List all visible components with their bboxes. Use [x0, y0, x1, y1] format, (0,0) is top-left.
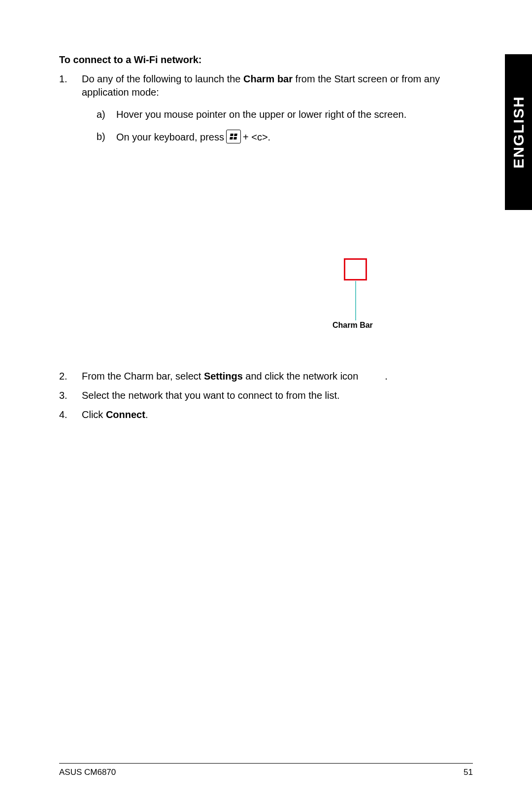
- substep-text: + <c>.: [243, 131, 270, 144]
- section-heading: To connect to a Wi-Fi network:: [59, 54, 473, 66]
- step-number: 2.: [59, 370, 82, 383]
- highlight-box: [344, 258, 367, 280]
- step-4: 4. Click Connect.: [59, 408, 473, 421]
- page: ENGLISH To connect to a Wi-Fi network: 1…: [0, 0, 532, 802]
- settings-bold: Settings: [204, 371, 243, 382]
- steps-lower: 2. From the Charm bar, select Settings a…: [59, 370, 473, 421]
- step-text: Select the network that you want to conn…: [82, 389, 473, 402]
- callout-label: Charm Bar: [332, 321, 373, 330]
- footer-page-number: 51: [464, 767, 473, 777]
- windows-logo-icon: [230, 134, 237, 139]
- substep-letter: a): [82, 108, 116, 121]
- charm-bar-diagram: Charm Bar: [59, 149, 473, 356]
- step-tail: .: [385, 371, 388, 382]
- step-1: 1. Do any of the following to launch the…: [59, 72, 473, 144]
- windows-key-icon: [226, 130, 241, 143]
- step-text: Do any of the following to launch the: [82, 73, 243, 84]
- page-footer: ASUS CM6870 51: [59, 767, 473, 777]
- step-text: Click: [82, 409, 106, 420]
- step-text: and click the network icon: [243, 371, 359, 382]
- step-3: 3. Select the network that you want to c…: [59, 389, 473, 402]
- footer-divider: [59, 763, 473, 764]
- step-number: 1.: [59, 72, 82, 144]
- step-2: 2. From the Charm bar, select Settings a…: [59, 370, 473, 383]
- step-number: 4.: [59, 408, 82, 421]
- substep-letter: b): [82, 130, 116, 144]
- step-text: From the Charm bar, select: [82, 371, 204, 382]
- substep-b: b) On your keyboard, press + <c>.: [82, 130, 473, 144]
- language-tab: ENGLISH: [505, 54, 532, 210]
- callout-line: [355, 281, 356, 320]
- charm-bar-bold: Charm bar: [243, 73, 293, 84]
- substep-a: a) Hover you mouse pointer on the upper …: [82, 108, 473, 121]
- step-tail: .: [145, 409, 148, 420]
- step-number: 3.: [59, 389, 82, 402]
- connect-bold: Connect: [106, 409, 145, 420]
- language-tab-text: ENGLISH: [510, 96, 527, 168]
- substep-text: Hover you mouse pointer on the upper or …: [116, 108, 473, 121]
- footer-product: ASUS CM6870: [59, 767, 116, 777]
- substep-text: On your keyboard, press: [116, 131, 224, 144]
